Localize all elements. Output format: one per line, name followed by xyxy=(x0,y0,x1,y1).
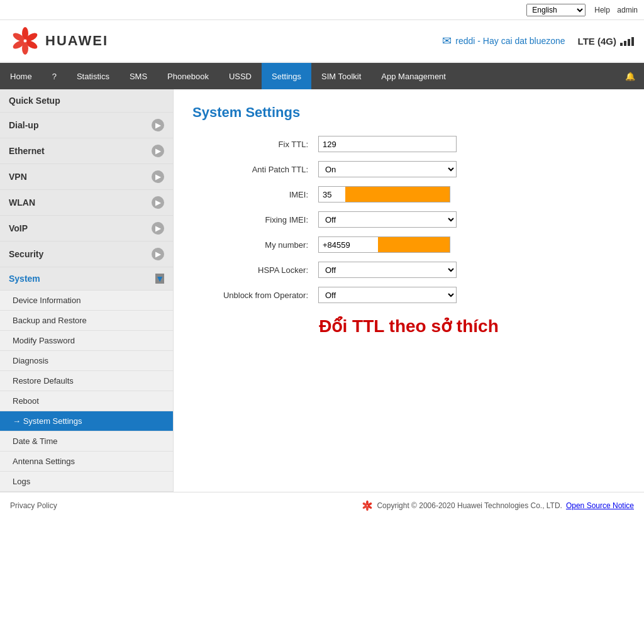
anti-patch-select[interactable]: On Off xyxy=(318,161,457,177)
lte-area: LTE (4G) xyxy=(578,36,634,47)
anti-patch-label: Anti Patch TTL: xyxy=(192,165,318,174)
fix-ttl-row: Fix TTL: xyxy=(192,136,625,152)
sidebar-section-system[interactable]: System ▼ xyxy=(0,267,173,291)
sidebar-arrow-ethernet: ▶ xyxy=(152,145,164,157)
sidebar-sub-backup[interactable]: Backup and Restore xyxy=(0,311,173,331)
settings-form: Fix TTL: Anti Patch TTL: On Off IMEI: xyxy=(192,136,625,303)
sidebar-sub-antenna[interactable]: Antenna Settings xyxy=(0,452,173,472)
sidebar-item-voip[interactable]: VoIP ▶ xyxy=(0,216,173,242)
sidebar-item-quicksetup[interactable]: Quick Setup xyxy=(0,89,173,113)
sidebar-arrow-dialup: ▶ xyxy=(152,119,164,131)
page-title: System Settings xyxy=(192,104,625,121)
my-number-row: My number: xyxy=(192,236,625,253)
sidebar-system-submenu: Device Information Backup and Restore Mo… xyxy=(0,291,173,492)
nav-simtoolkit[interactable]: SIM Toolkit xyxy=(311,63,371,89)
hspa-locker-control: Off On xyxy=(318,262,457,278)
my-number-control xyxy=(318,236,457,253)
sidebar-sub-reboot[interactable]: Reboot xyxy=(0,391,173,411)
sidebar-sub-device-info[interactable]: Device Information xyxy=(0,291,173,311)
main-nav: Home ? Statistics SMS Phonebook USSD Set… xyxy=(0,63,644,89)
annotation-text: Đổi TTL theo sở thích xyxy=(192,316,625,336)
sidebar-label-security: Security xyxy=(9,249,43,259)
sidebar-item-vpn[interactable]: VPN ▶ xyxy=(0,164,173,190)
copyright-text: Copyright © 2006-2020 Huawei Technologie… xyxy=(377,501,562,510)
sidebar-system-label: System xyxy=(9,274,40,284)
fixing-imei-control: Off On xyxy=(318,211,457,228)
hspa-locker-select[interactable]: Off On xyxy=(318,262,457,278)
nav-home[interactable]: Home xyxy=(0,63,42,89)
privacy-policy-link[interactable]: Privacy Policy xyxy=(10,501,57,510)
top-bar-links: Help admin xyxy=(589,6,638,14)
sidebar-item-security[interactable]: Security ▶ xyxy=(0,242,173,267)
sidebar-item-dialup[interactable]: Dial-up ▶ xyxy=(0,113,173,138)
unblock-label: Unblock from Operator: xyxy=(192,291,318,300)
sidebar-arrow-wlan: ▶ xyxy=(152,196,164,209)
main-layout: Quick Setup Dial-up ▶ Ethernet ▶ VPN ▶ W… xyxy=(0,89,644,492)
nav-statistics[interactable]: Statistics xyxy=(67,63,119,89)
admin-link[interactable]: admin xyxy=(617,6,638,14)
fix-ttl-input[interactable] xyxy=(318,136,457,152)
sidebar-label-quicksetup: Quick Setup xyxy=(9,96,60,106)
footer-links: Privacy Policy xyxy=(10,501,57,510)
nav-sms[interactable]: SMS xyxy=(119,63,157,89)
language-select[interactable]: English Vietnamese xyxy=(526,4,586,16)
fixing-imei-row: Fixing IMEI: Off On xyxy=(192,211,625,228)
imei-input[interactable] xyxy=(318,186,450,203)
mail-icon: ✉ xyxy=(442,34,452,48)
footer-logo-icon xyxy=(362,500,373,511)
unblock-row: Unblock from Operator: Off On xyxy=(192,287,625,303)
fixing-imei-select[interactable]: Off On xyxy=(318,211,457,228)
anti-patch-row: Anti Patch TTL: On Off xyxy=(192,161,625,177)
sidebar-sub-modify-password[interactable]: Modify Password xyxy=(0,331,173,351)
sidebar-item-wlan[interactable]: WLAN ▶ xyxy=(0,190,173,216)
imei-control xyxy=(318,186,457,203)
imei-row: IMEI: xyxy=(192,186,625,203)
unblock-select[interactable]: Off On xyxy=(318,287,457,303)
sidebar-label-vpn: VPN xyxy=(9,172,27,182)
fix-ttl-control xyxy=(318,136,457,152)
brand-name: HUAWEI xyxy=(45,33,108,49)
nav-appmanagement[interactable]: App Management xyxy=(371,63,456,89)
sidebar-label-ethernet: Ethernet xyxy=(9,146,45,156)
hspa-locker-label: HSPA Locker: xyxy=(192,265,318,275)
unblock-control: Off On xyxy=(318,287,457,303)
hspa-locker-row: HSPA Locker: Off On xyxy=(192,262,625,278)
signal-bars-icon xyxy=(620,36,634,46)
top-bar: English Vietnamese Help admin xyxy=(0,0,644,20)
logo-area: HUAWEI xyxy=(10,26,148,56)
footer-copyright: Copyright © 2006-2020 Huawei Technologie… xyxy=(362,500,634,511)
nav-bell-icon[interactable]: 🔔 xyxy=(616,63,644,89)
nav-settings[interactable]: Settings xyxy=(262,63,311,89)
sidebar-sub-diagnosis[interactable]: Diagnosis xyxy=(0,351,173,371)
sidebar-sub-system-settings[interactable]: System Settings xyxy=(0,411,173,431)
sidebar-label-wlan: WLAN xyxy=(9,197,35,208)
footer: Privacy Policy Copyright © 2006-2020 Hua… xyxy=(0,492,644,519)
sidebar-sub-restore-defaults[interactable]: Restore Defaults xyxy=(0,371,173,391)
sidebar-sub-logs[interactable]: Logs xyxy=(0,472,173,492)
imei-label: IMEI: xyxy=(192,190,318,199)
sidebar-arrow-vpn: ▶ xyxy=(152,170,164,183)
nav-question[interactable]: ? xyxy=(42,63,67,89)
open-source-link[interactable]: Open Source Notice xyxy=(566,501,634,510)
header-right: ✉ reddi - Hay cai dat bluezone LTE (4G) xyxy=(442,34,634,48)
content-area: System Settings Fix TTL: Anti Patch TTL:… xyxy=(174,89,644,492)
sidebar-arrow-security: ▶ xyxy=(152,248,164,260)
sidebar: Quick Setup Dial-up ▶ Ethernet ▶ VPN ▶ W… xyxy=(0,89,174,492)
sidebar-label-voip: VoIP xyxy=(9,223,28,233)
fixing-imei-label: Fixing IMEI: xyxy=(192,215,318,225)
mail-text: reddi - Hay cai dat bluezone xyxy=(455,36,565,46)
fix-ttl-label: Fix TTL: xyxy=(192,140,318,149)
sidebar-sub-datetime[interactable]: Date & Time xyxy=(0,431,173,452)
lte-label: LTE (4G) xyxy=(578,36,616,47)
sidebar-item-ethernet[interactable]: Ethernet ▶ xyxy=(0,138,173,164)
help-link[interactable]: Help xyxy=(594,6,610,14)
my-number-input[interactable] xyxy=(318,236,450,253)
sidebar-label-dialup: Dial-up xyxy=(9,120,38,130)
huawei-logo-icon xyxy=(10,26,40,56)
nav-phonebook[interactable]: Phonebook xyxy=(157,63,219,89)
anti-patch-control: On Off xyxy=(318,161,457,177)
my-number-label: My number: xyxy=(192,240,318,250)
sidebar-arrow-voip: ▶ xyxy=(152,222,164,235)
header: HUAWEI ✉ reddi - Hay cai dat bluezone LT… xyxy=(0,20,644,63)
nav-ussd[interactable]: USSD xyxy=(219,63,262,89)
